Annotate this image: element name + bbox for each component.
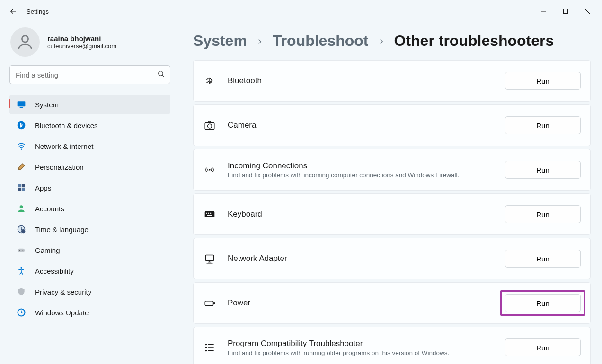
brush-icon xyxy=(16,162,27,172)
back-button[interactable] xyxy=(4,2,23,21)
svg-point-24 xyxy=(208,124,212,128)
svg-rect-27 xyxy=(206,213,207,214)
nav-item-label: Accounts xyxy=(35,205,64,213)
svg-point-25 xyxy=(209,169,210,170)
run-button[interactable]: Run xyxy=(505,72,581,90)
card-body: Power xyxy=(228,298,494,308)
breadcrumb-troubleshoot[interactable]: Troubleshoot xyxy=(273,32,369,50)
nav-item-gaming[interactable]: Gaming xyxy=(9,240,170,260)
nav-item-personalization[interactable]: Personalization xyxy=(9,157,170,177)
main-area: System Troubleshoot Other troubleshooter… xyxy=(180,23,602,364)
accessibility-icon xyxy=(16,266,27,276)
power-icon xyxy=(203,296,216,310)
card-title: Bluetooth xyxy=(228,76,494,86)
svg-point-5 xyxy=(159,71,163,76)
svg-rect-26 xyxy=(205,211,215,217)
svg-rect-32 xyxy=(205,255,213,260)
nav-item-bluetooth-devices[interactable]: Bluetooth & devices xyxy=(9,115,170,135)
svg-point-20 xyxy=(23,250,24,251)
nav-item-system[interactable]: System xyxy=(9,95,170,114)
card-body: Keyboard xyxy=(228,209,494,219)
svg-point-19 xyxy=(19,250,20,251)
shield-icon xyxy=(16,286,27,297)
nav-item-label: Time & language xyxy=(35,225,89,234)
svg-rect-13 xyxy=(18,188,21,191)
svg-rect-36 xyxy=(205,301,213,306)
nav-item-label: Network & internet xyxy=(35,142,93,150)
title-bar: Settings xyxy=(0,0,602,23)
avatar xyxy=(10,27,40,57)
nav-item-label: Bluetooth & devices xyxy=(35,121,98,130)
nav-item-time-language[interactable]: Time & language xyxy=(9,219,170,239)
nav-item-windows-update[interactable]: Windows Update xyxy=(9,303,170,322)
svg-point-10 xyxy=(21,148,22,150)
network-adapter-icon xyxy=(203,252,216,265)
run-button[interactable]: Run xyxy=(505,338,581,356)
window-title: Settings xyxy=(27,8,49,15)
run-button[interactable]: Run xyxy=(505,250,581,268)
card-title: Camera xyxy=(228,121,494,130)
troubleshooter-list: Bluetooth Run Camera Run Incoming Connec… xyxy=(193,60,591,364)
run-button[interactable]: Run xyxy=(505,205,581,223)
gamepad-icon xyxy=(16,245,27,255)
nav-item-privacy-security[interactable]: Privacy & security xyxy=(9,282,170,302)
nav-item-label: Windows Update xyxy=(35,309,89,317)
svg-point-42 xyxy=(205,347,206,348)
card-body: Network Adapter xyxy=(228,254,494,263)
card-body: Bluetooth xyxy=(228,76,494,86)
apps-icon xyxy=(16,182,27,193)
close-icon xyxy=(584,9,590,14)
nav-item-accounts[interactable]: Accounts xyxy=(9,199,170,218)
card-title: Power xyxy=(228,298,494,308)
svg-point-21 xyxy=(20,267,22,269)
nav-item-label: Privacy & security xyxy=(35,288,91,296)
svg-rect-1 xyxy=(564,9,568,14)
search-input[interactable] xyxy=(9,65,170,84)
sidebar: raaina bhojwani cuteuniverse@gmail.com S… xyxy=(0,23,180,364)
profile-name: raaina bhojwani xyxy=(47,35,116,43)
chevron-right-icon xyxy=(377,32,386,50)
run-button[interactable]: Run xyxy=(505,116,581,134)
nav-item-label: Personalization xyxy=(35,163,84,171)
nav-item-label: System xyxy=(35,101,59,109)
card-title: Keyboard xyxy=(228,209,494,219)
nav-item-network-internet[interactable]: Network & internet xyxy=(9,136,170,156)
svg-point-9 xyxy=(18,121,26,130)
card-title: Incoming Connections xyxy=(228,161,494,171)
close-button[interactable] xyxy=(576,4,598,19)
breadcrumb-system[interactable]: System xyxy=(193,32,247,50)
nav-list: SystemBluetooth & devicesNetwork & inter… xyxy=(9,95,170,322)
troubleshooter-keyboard: Keyboard Run xyxy=(193,193,591,235)
nav-item-label: Gaming xyxy=(35,246,60,254)
card-title: Program Compatibility Troubleshooter xyxy=(228,339,494,348)
highlight-frame: Run xyxy=(500,290,585,316)
minimize-button[interactable] xyxy=(533,4,555,19)
breadcrumb: System Troubleshoot Other troubleshooter… xyxy=(193,32,591,50)
chevron-right-icon xyxy=(256,32,264,50)
run-button[interactable]: Run xyxy=(505,294,581,312)
svg-rect-12 xyxy=(22,184,25,188)
nav-item-label: Apps xyxy=(35,184,51,192)
maximize-icon xyxy=(563,9,568,14)
card-body: Incoming Connections Find and fix proble… xyxy=(228,161,494,179)
svg-rect-31 xyxy=(207,215,212,216)
person-icon xyxy=(16,203,27,214)
run-button[interactable]: Run xyxy=(505,161,581,179)
person-icon xyxy=(16,33,35,52)
profile-block[interactable]: raaina bhojwani cuteuniverse@gmail.com xyxy=(9,27,170,57)
update-icon xyxy=(16,307,27,318)
profile-email: cuteuniverse@gmail.com xyxy=(47,43,116,50)
arrow-left-icon xyxy=(9,7,18,16)
troubleshooter-bluetooth: Bluetooth Run xyxy=(193,60,591,102)
nav-item-accessibility[interactable]: Accessibility xyxy=(9,261,170,281)
svg-rect-11 xyxy=(18,184,21,188)
minimize-icon xyxy=(541,9,547,14)
search-wrap xyxy=(9,65,170,84)
card-subtitle: Find and fix problems with running older… xyxy=(228,349,494,356)
svg-rect-30 xyxy=(212,213,212,214)
nav-item-apps[interactable]: Apps xyxy=(9,178,170,198)
card-title: Network Adapter xyxy=(228,254,494,263)
svg-rect-18 xyxy=(18,249,25,252)
wifi-icon xyxy=(16,141,27,151)
maximize-button[interactable] xyxy=(555,4,576,19)
